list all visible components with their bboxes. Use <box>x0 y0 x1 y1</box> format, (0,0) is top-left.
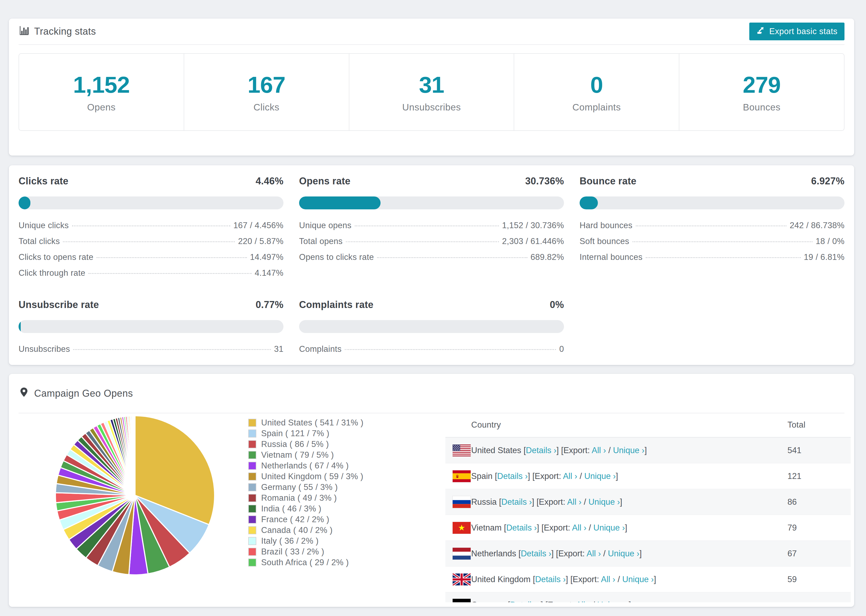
export-unique-link[interactable]: Unique › <box>613 446 644 455</box>
rate-row-label: Total opens <box>299 237 343 246</box>
export-unique-link[interactable]: Unique › <box>593 523 625 533</box>
legend-label: United Kingdom ( 59 / 3% ) <box>261 472 363 481</box>
flag-spain-icon <box>453 470 471 482</box>
export-all-link[interactable]: All › <box>592 446 606 455</box>
rate-row: Total clicks220 / 5.87% <box>19 237 283 252</box>
rate-row-value: 242 / 86.738% <box>790 221 844 230</box>
campaign-geo-opens-panel: Campaign Geo Opens United States ( 541 /… <box>9 374 854 607</box>
rate-row-label: Hard bounces <box>579 221 633 230</box>
rate-row-value: 14.497% <box>250 252 283 262</box>
stat-value: 167 <box>247 71 285 98</box>
dotted-leader <box>345 349 556 350</box>
country-name: Spain <box>471 471 493 481</box>
legend-swatch <box>248 515 256 523</box>
country-name: Germany <box>471 600 505 602</box>
rate-row: Unique clicks167 / 4.456% <box>19 221 283 237</box>
rate-title: Clicks rate <box>19 176 68 187</box>
rate-row: Unique opens1,152 / 30.736% <box>299 221 564 237</box>
legend-label: Russia ( 86 / 5% ) <box>261 439 329 449</box>
rates-panel: Clicks rate 4.46% Unique clicks167 / 4.4… <box>9 165 854 365</box>
rate-row: Soft bounces18 / 0% <box>579 237 844 252</box>
summary-stats-box: 1,152 Opens 167 Clicks 31 Unsubscribes 0… <box>19 53 844 131</box>
export-all-link[interactable]: All › <box>601 575 615 584</box>
rate-row-label: Unsubscribes <box>19 344 70 354</box>
details-link[interactable]: Details › <box>506 523 537 533</box>
legend-item: Netherlands ( 67 / 4% ) <box>248 460 363 471</box>
export-unique-link[interactable]: Unique › <box>622 575 654 584</box>
legend-swatch <box>248 548 256 556</box>
rate-row-label: Click through rate <box>19 268 85 278</box>
details-link[interactable]: Details › <box>521 549 551 558</box>
legend-label: Canada ( 40 / 2% ) <box>261 525 333 535</box>
export-unique-link[interactable]: Unique › <box>584 471 616 481</box>
rate-row-value: 19 / 6.81% <box>804 252 844 262</box>
table-row-partial: Germany [Details ›] [Export: All › / Uni… <box>446 592 851 602</box>
rate-row: Hard bounces242 / 86.738% <box>579 221 844 237</box>
stat-label: Unsubscribes <box>402 102 461 113</box>
legend-item: Spain ( 121 / 7% ) <box>248 428 363 439</box>
rate-value: 0% <box>550 299 564 310</box>
flag-russia-icon <box>453 496 471 508</box>
legend-item: Canada ( 40 / 2% ) <box>248 525 363 536</box>
stat-label: Clicks <box>254 102 279 113</box>
legend-item: Romania ( 49 / 3% ) <box>248 493 363 503</box>
rate-row: Clicks to opens rate14.497% <box>19 252 283 268</box>
dotted-leader <box>346 241 499 242</box>
rate-row: Unsubscribes31 <box>19 344 283 360</box>
details-link[interactable]: Details › <box>497 471 528 481</box>
rate-row-label: Soft bounces <box>579 237 629 246</box>
table-row: Russia [Details ›] [Export: All › / Uniq… <box>446 489 851 515</box>
dotted-leader <box>633 241 812 242</box>
rate-row-label: Complaints <box>299 344 342 354</box>
tracking-stats-panel: Tracking stats Export basic stats 1,152 … <box>9 19 854 156</box>
bar-fill <box>19 196 30 209</box>
legend-swatch <box>248 462 256 470</box>
flag-germany-icon <box>453 599 471 602</box>
rate-title: Unsubscribe rate <box>19 299 99 310</box>
legend-label: India ( 46 / 3% ) <box>261 504 321 514</box>
table-row: United Kingdom [Details ›] [Export: All … <box>446 567 851 592</box>
stat-complaints: 0 Complaints <box>514 54 679 130</box>
export-all-link[interactable]: All › <box>572 523 586 533</box>
bar-fill <box>579 196 598 209</box>
details-link[interactable]: Details › <box>526 446 556 455</box>
country-total: 79 <box>787 523 797 533</box>
tracking-stats-title: Tracking stats <box>19 25 96 38</box>
geo-header: Campaign Geo Opens <box>19 374 844 413</box>
bar-chart-icon <box>19 25 29 38</box>
country-total: 59 <box>787 575 797 584</box>
legend-swatch <box>248 558 256 567</box>
details-link[interactable]: Details › <box>535 575 566 584</box>
stat-label: Opens <box>87 102 116 113</box>
export-all-link[interactable]: All › <box>576 600 590 602</box>
export-unique-link[interactable]: Unique › <box>608 549 639 558</box>
export-basic-stats-button[interactable]: Export basic stats <box>749 23 844 40</box>
country-total: 67 <box>787 549 797 558</box>
unsubscribe-rate-bar <box>19 320 283 333</box>
stat-label: Bounces <box>743 102 781 113</box>
legend-item: Germany ( 55 / 3% ) <box>248 482 363 493</box>
dotted-leader <box>646 257 801 258</box>
rate-row-value: 4.147% <box>255 268 283 278</box>
legend-label: Netherlands ( 67 / 4% ) <box>261 461 349 471</box>
bar-fill <box>299 196 381 209</box>
panel-title-text: Tracking stats <box>34 26 96 37</box>
country-name: Netherlands <box>471 549 516 558</box>
rate-row-value: 220 / 5.87% <box>238 237 283 246</box>
total-column-header: Total <box>787 420 806 430</box>
rate-row-label: Total clicks <box>19 237 60 246</box>
details-link[interactable]: Details › <box>501 497 532 507</box>
table-row: Spain [Details ›] [Export: All › / Uniqu… <box>446 464 851 489</box>
export-all-link[interactable]: All › <box>563 471 577 481</box>
export-unique-link[interactable]: Unique › <box>597 600 629 602</box>
legend-swatch <box>248 451 256 459</box>
export-all-link[interactable]: All › <box>587 549 601 558</box>
export-unique-link[interactable]: Unique › <box>589 497 620 507</box>
map-pin-icon <box>19 387 29 400</box>
export-all-link[interactable]: All › <box>567 497 581 507</box>
details-link[interactable]: Details › <box>510 600 541 602</box>
stat-unsubscribes: 31 Unsubscribes <box>350 54 515 130</box>
legend-item: India ( 46 / 3% ) <box>248 503 363 514</box>
legend-item: France ( 42 / 2% ) <box>248 514 363 525</box>
table-row: United States [Details ›] [Export: All ›… <box>446 438 851 464</box>
